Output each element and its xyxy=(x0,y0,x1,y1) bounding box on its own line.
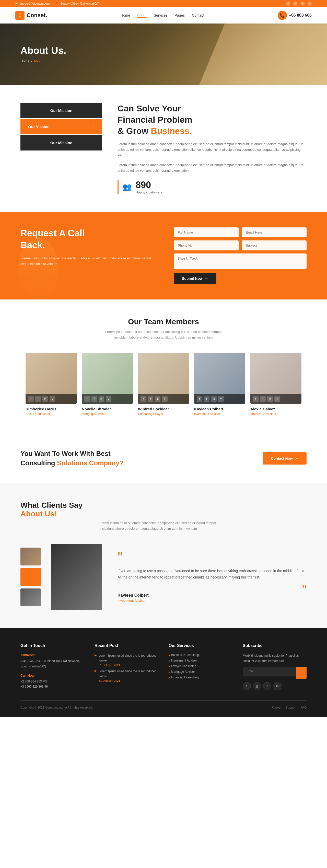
contact-now-button[interactable]: Contact Now → xyxy=(263,452,306,465)
footer-col4-title: Subscribe xyxy=(243,643,306,648)
callback-section: Request A Call Back. Lorem ipsum dolor s… xyxy=(0,212,327,300)
service-3[interactable]: Lawyer Consulting xyxy=(169,664,232,668)
team-role-4: Investment Advisor xyxy=(194,412,245,416)
footer-col-2: Recent Post ▶ Lorem Ipsum used since the… xyxy=(95,643,158,690)
testimonials-title: What Clients Say About Us! xyxy=(21,501,306,518)
social-in[interactable]: in xyxy=(42,396,48,402)
nav-home[interactable]: Home xyxy=(121,13,130,18)
social-tw[interactable]: t xyxy=(148,396,153,402)
footer-post-2: ▶ Lorem Ipsum used since the is reproduc… xyxy=(95,669,158,682)
name-input[interactable] xyxy=(174,227,239,237)
top-bar-left: ✉ support@domain.com 📍 Squaw Valley, Cal… xyxy=(15,2,99,5)
nav-pages[interactable]: Pages xyxy=(174,13,185,18)
testimonials-title-orange: About Us! xyxy=(21,509,57,518)
footer-address: (845) 946-2230 10 Inland Tank Rd Newport… xyxy=(21,658,84,669)
social-in[interactable]: in xyxy=(267,396,273,402)
thumb-2[interactable] xyxy=(21,568,41,586)
logo[interactable]: C Conset. xyxy=(15,11,47,20)
quote-author-role: Investment Advisor xyxy=(118,599,306,602)
tab-vision[interactable]: Our Vission → xyxy=(21,119,102,134)
main-nav: Home About Services Pages Contact xyxy=(121,13,204,18)
service-2[interactable]: Investment Advisor xyxy=(169,659,232,662)
social-in[interactable]: in xyxy=(99,396,104,402)
about-heading: Can Solve Your Financial Problem & Grow … xyxy=(118,103,306,137)
social-fb[interactable]: f xyxy=(28,396,34,402)
quote-open: " xyxy=(118,551,306,564)
social-tw[interactable]: t xyxy=(260,396,266,402)
tab-mission-2[interactable]: Our Mission xyxy=(21,135,102,151)
logo-text: Conset. xyxy=(27,12,47,19)
quote-author: Kayleen Colbert xyxy=(118,593,306,598)
social-yt[interactable]: y xyxy=(50,396,55,402)
team-photo-1: f t in y xyxy=(26,352,77,404)
arrow-icon: → xyxy=(205,276,208,281)
facebook-icon[interactable]: f xyxy=(286,2,290,6)
social-fb[interactable]: f xyxy=(253,396,259,402)
social-tw[interactable]: t xyxy=(35,396,41,402)
social-yt[interactable]: y xyxy=(218,396,224,402)
social-yt[interactable]: y xyxy=(162,396,168,402)
team-role-2: Mortgage Advisor xyxy=(82,412,133,416)
top-bar: ✉ support@domain.com 📍 Squaw Valley, Cal… xyxy=(0,0,327,7)
footer-socials: f g t in xyxy=(243,682,306,690)
team-social-1: f t in y xyxy=(26,394,77,404)
message-input[interactable] xyxy=(174,253,306,269)
google-plus-icon[interactable]: g xyxy=(293,2,297,6)
footer-fb[interactable]: f xyxy=(243,682,251,690)
social-tw[interactable]: t xyxy=(204,396,209,402)
testimonials-thumbs xyxy=(21,548,41,606)
nav-about[interactable]: About xyxy=(137,13,146,18)
social-tw[interactable]: t xyxy=(92,396,97,402)
thumb-3[interactable] xyxy=(21,588,41,606)
social-in[interactable]: in xyxy=(211,396,217,402)
footer-col-3: Our Services Business Consulting Investm… xyxy=(169,643,232,690)
footer-tw[interactable]: t xyxy=(263,682,271,690)
thumb-1[interactable] xyxy=(21,548,41,565)
social-fb[interactable]: f xyxy=(84,396,90,402)
social-fb[interactable]: f xyxy=(197,396,202,402)
footer-gplus[interactable]: g xyxy=(253,682,261,690)
footer-phone1: +2 368 864 703 MS xyxy=(21,679,84,684)
email-input[interactable] xyxy=(242,227,306,237)
quote-close: " xyxy=(118,587,306,593)
social-yt[interactable]: y xyxy=(106,396,111,402)
nav-services[interactable]: Services xyxy=(154,13,168,18)
testimonials-section: What Clients Say About Us! Lorem ipsum d… xyxy=(0,483,327,628)
footer-career-link[interactable]: Career xyxy=(272,706,282,709)
footer-in[interactable]: in xyxy=(273,682,282,690)
about-content: Can Solve Your Financial Problem & Grow … xyxy=(118,103,306,194)
arrow-icon: → xyxy=(91,124,95,129)
testimonials-sub: Lorem ipsum dolor sit amet, consectetur … xyxy=(100,520,227,531)
footer-support-link[interactable]: Support xyxy=(286,706,296,709)
social-fb[interactable]: f xyxy=(140,396,146,402)
twitter-icon[interactable]: t xyxy=(300,2,304,6)
team-card-1: f t in y Kimberlee Garris Senior Consult… xyxy=(26,352,77,416)
team-name-4: Kayleen Colbert xyxy=(194,407,245,411)
pinterest-icon[interactable]: p xyxy=(307,2,312,6)
subscribe-email-input[interactable] xyxy=(243,666,296,676)
service-4[interactable]: Mortgage Advisor xyxy=(169,670,232,674)
post1-arrow: ▶ xyxy=(95,654,97,657)
email-icon: ✉ xyxy=(15,2,18,5)
cta-line1: You Want To Work With Best xyxy=(21,449,123,458)
tab-mission-1[interactable]: Our Mission xyxy=(21,103,102,118)
phone-input[interactable] xyxy=(174,241,239,250)
footer-grid: Get In Touch Address: (845) 946-2230 10 … xyxy=(21,643,306,690)
about-para-2: Lorem ipsum dolor sit amet, consectetur … xyxy=(118,162,306,174)
cta-section: You Want To Work With Best Consulting So… xyxy=(0,434,327,483)
social-in[interactable]: in xyxy=(155,396,160,402)
social-yt[interactable]: y xyxy=(274,396,280,402)
team-social-3: f t in y xyxy=(138,394,189,404)
team-section-sub: Lorem ipsum dolor sit amet, consectetur … xyxy=(100,329,227,340)
footer-bottom-links: Career Support FAQ xyxy=(272,706,306,709)
team-social-2: f t in y xyxy=(82,394,133,404)
subject-input[interactable] xyxy=(242,241,306,250)
submit-button[interactable]: Submit Now → xyxy=(174,273,217,284)
service-1[interactable]: Business Consulting xyxy=(169,653,232,657)
footer-faq-link[interactable]: FAQ xyxy=(300,706,306,709)
nav-contact[interactable]: Contact xyxy=(192,13,204,18)
hero-title: About Us. xyxy=(21,45,66,56)
breadcrumb-home[interactable]: Home xyxy=(21,59,29,63)
subscribe-button[interactable]: → xyxy=(296,666,306,679)
service-5[interactable]: Financial Consulting xyxy=(169,676,232,679)
